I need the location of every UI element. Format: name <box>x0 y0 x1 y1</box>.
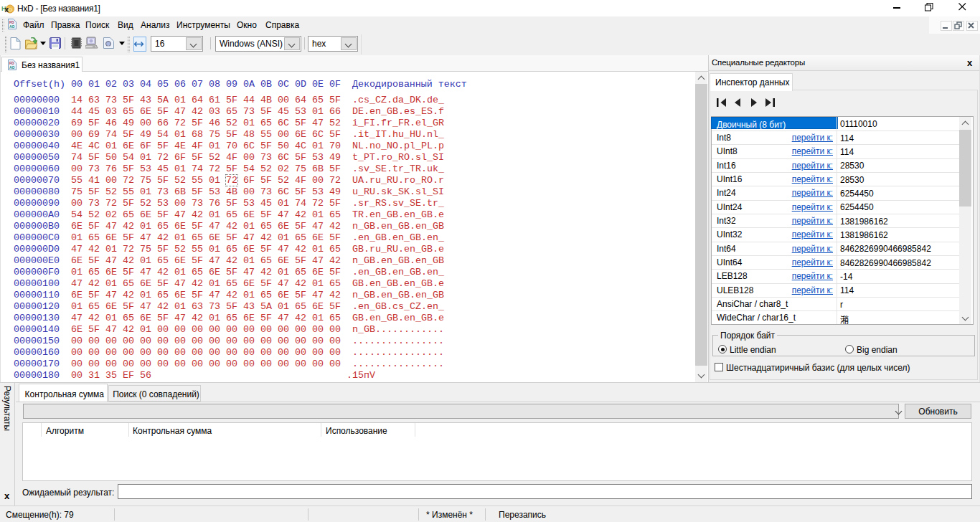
svg-text:AO: AO <box>9 65 15 70</box>
svg-text:AO: AO <box>9 24 15 29</box>
svg-text:D: D <box>9 6 13 13</box>
svg-text:x: x <box>5 6 9 14</box>
